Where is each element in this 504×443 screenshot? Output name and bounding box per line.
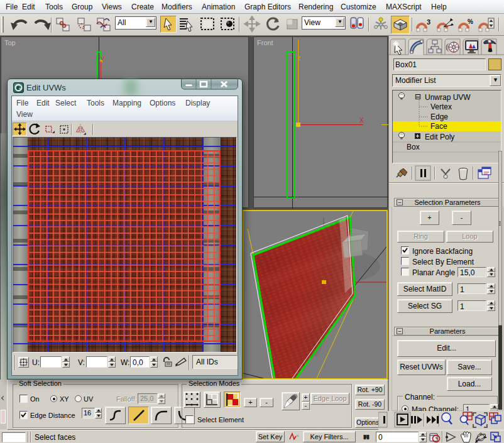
svg-text:Unwrap UVW: Unwrap UVW	[425, 93, 471, 102]
svg-text:3: 3	[427, 18, 430, 26]
svg-text:Vertex: Vertex	[430, 102, 452, 111]
svg-text:▮▮: ▮▮	[363, 434, 370, 440]
svg-text:Box: Box	[407, 143, 420, 151]
svg-text:⊟: ⊟	[415, 92, 421, 101]
svg-text:Edge: Edge	[430, 112, 448, 121]
svg-text:%: %	[468, 18, 473, 25]
svg-text:Edit Poly: Edit Poly	[425, 133, 454, 141]
svg-text:Face: Face	[430, 122, 447, 131]
